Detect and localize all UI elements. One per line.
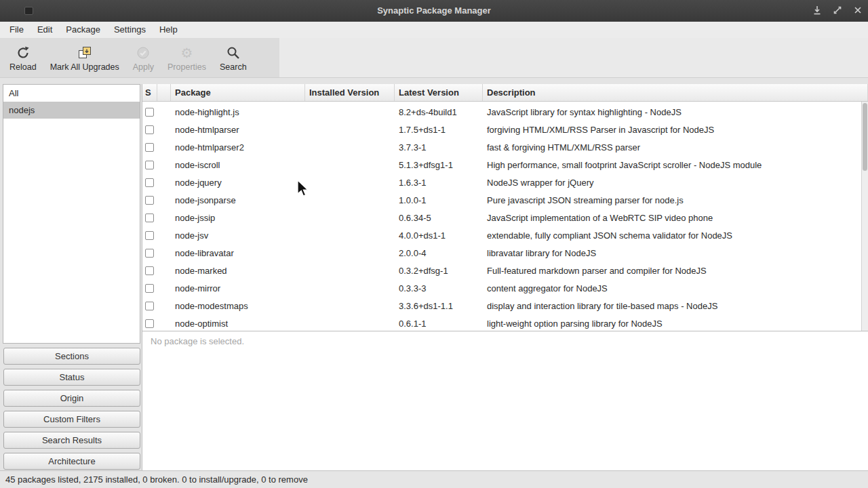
status-cell xyxy=(142,103,157,121)
sidebar-button-status[interactable]: Status xyxy=(3,369,140,386)
table-row[interactable]: node-highlight.js8.2+ds-4build1JavaScrip… xyxy=(142,103,868,121)
status-cell xyxy=(142,297,157,314)
package-name: node-modestmaps xyxy=(171,297,305,314)
column-header-spacer[interactable] xyxy=(157,84,171,101)
package-name: node-iscroll xyxy=(171,156,305,174)
minimize-button[interactable] xyxy=(811,5,823,17)
status-cell xyxy=(142,314,157,331)
toolbar: ReloadMark All UpgradesApply⚙PropertiesS… xyxy=(0,38,868,78)
package-checkbox[interactable] xyxy=(145,125,154,134)
package-checkbox[interactable] xyxy=(145,302,154,310)
table-row[interactable]: node-optimist0.6.1-1light-weight option … xyxy=(142,314,868,331)
sidebar-button-search-results[interactable]: Search Results xyxy=(3,432,140,449)
table-row[interactable]: node-htmlparser1.7.5+ds1-1forgiving HTML… xyxy=(142,121,868,138)
filter-item-nodejs[interactable]: nodejs xyxy=(3,102,140,119)
scrollbar-thumb[interactable] xyxy=(863,103,867,171)
package-checkbox[interactable] xyxy=(145,108,154,117)
package-icon-cell xyxy=(157,297,171,314)
latest-version: 4.0.0+ds1-1 xyxy=(395,226,483,244)
table-row[interactable]: node-libravatar2.0.0-4libravatar library… xyxy=(142,244,868,262)
column-header-s[interactable]: S xyxy=(142,84,157,101)
package-name: node-jquery xyxy=(171,174,305,191)
package-icon-cell xyxy=(157,262,171,279)
package-checkbox[interactable] xyxy=(145,161,154,169)
status-cell xyxy=(142,209,157,226)
column-header-description[interactable]: Description xyxy=(483,84,868,101)
sidebar-button-architecture[interactable]: Architecture xyxy=(3,453,140,470)
installed-version xyxy=(305,297,395,314)
maximize-button[interactable] xyxy=(831,5,844,17)
menu-item-help[interactable]: Help xyxy=(153,22,184,38)
sidebar-button-custom-filters[interactable]: Custom Filters xyxy=(3,411,140,428)
package-description: light-weight option parsing library for … xyxy=(483,314,868,331)
status-cell xyxy=(142,262,157,279)
package-checkbox[interactable] xyxy=(145,319,154,328)
package-checkbox[interactable] xyxy=(145,196,154,205)
package-checkbox[interactable] xyxy=(145,231,154,240)
toolbar-button-label: Properties xyxy=(167,62,206,72)
package-checkbox[interactable] xyxy=(145,143,154,152)
sidebar-button-origin[interactable]: Origin xyxy=(3,390,140,407)
menu-item-package[interactable]: Package xyxy=(59,22,107,38)
package-icon-cell xyxy=(157,279,171,297)
package-name: node-libravatar xyxy=(171,244,305,262)
menu-item-settings[interactable]: Settings xyxy=(107,22,153,38)
latest-version: 0.3.2+dfsg-1 xyxy=(395,262,483,279)
toolbar-button-label: Mark All Upgrades xyxy=(50,62,119,72)
sidebar-button-sections[interactable]: Sections xyxy=(3,348,140,365)
vertical-scrollbar[interactable] xyxy=(861,102,868,331)
table-row[interactable]: node-htmlparser23.7.3-1fast & forgiving … xyxy=(142,138,868,156)
installed-version xyxy=(305,138,395,156)
toolbar-button-mark-all-upgrades[interactable]: Mark All Upgrades xyxy=(43,40,126,75)
package-checkbox[interactable] xyxy=(145,178,154,187)
sidebar-buttons: SectionsStatusOriginCustom FiltersSearch… xyxy=(3,348,140,474)
column-header-installed-version[interactable]: Installed Version xyxy=(305,84,395,101)
package-description: NodeJS wrapper for jQuery xyxy=(483,174,868,191)
table-row[interactable]: node-jssip0.6.34-5JavaScript implementat… xyxy=(142,209,868,226)
close-icon xyxy=(852,5,863,18)
minimize-icon xyxy=(812,5,823,18)
latest-version: 0.3.3-3 xyxy=(395,279,483,297)
package-name: node-jssip xyxy=(171,209,305,226)
toolbar-button-search[interactable]: Search xyxy=(213,40,254,75)
latest-version: 0.6.1-1 xyxy=(395,314,483,331)
table-row[interactable]: node-modestmaps3.3.6+ds1-1.1display and … xyxy=(142,297,868,314)
package-icon-cell xyxy=(157,103,171,121)
toolbar-cluster: ReloadMark All UpgradesApply⚙PropertiesS… xyxy=(0,38,279,77)
package-checkbox[interactable] xyxy=(145,266,154,275)
package-description: forgiving HTML/XML/RSS Parser in Javascr… xyxy=(483,121,868,138)
package-name: node-jsv xyxy=(171,226,305,244)
installed-version xyxy=(305,121,395,138)
status-bar: 45 packages listed, 2175 installed, 0 br… xyxy=(0,470,868,488)
details-panel: No package is selected. xyxy=(142,331,868,470)
title-bar: Synaptic Package Manager xyxy=(0,0,868,22)
table-row[interactable]: node-jsonparse1.0.0-1Pure javascript JSO… xyxy=(142,191,868,209)
column-header-package[interactable]: Package xyxy=(171,84,305,101)
installed-version xyxy=(305,209,395,226)
package-name: node-htmlparser xyxy=(171,121,305,138)
package-name: node-optimist xyxy=(171,314,305,331)
close-button[interactable] xyxy=(852,5,864,17)
table-row[interactable]: node-marked0.3.2+dfsg-1Full-featured mar… xyxy=(142,262,868,279)
status-cell xyxy=(142,156,157,174)
filter-list: Allnodejs xyxy=(3,84,140,344)
package-checkbox[interactable] xyxy=(145,284,154,293)
menu-item-file[interactable]: File xyxy=(3,22,31,38)
table-row[interactable]: node-iscroll5.1.3+dfsg1-1High performanc… xyxy=(142,156,868,174)
package-checkbox[interactable] xyxy=(145,214,154,222)
column-header-latest-version[interactable]: Latest Version xyxy=(395,84,483,101)
table-row[interactable]: node-jquery1.6.3-1NodeJS wrapper for jQu… xyxy=(142,174,868,191)
table-row[interactable]: node-mirror0.3.3-3content aggregator for… xyxy=(142,279,868,297)
apply-icon xyxy=(135,43,151,62)
package-icon-cell xyxy=(157,156,171,174)
installed-version xyxy=(305,174,395,191)
toolbar-button-reload[interactable]: Reload xyxy=(3,40,43,75)
filter-item-all[interactable]: All xyxy=(3,85,140,102)
package-checkbox[interactable] xyxy=(145,249,154,258)
table-row[interactable]: node-jsv4.0.0+ds1-1extendable, fully com… xyxy=(142,226,868,244)
package-icon-cell xyxy=(157,138,171,156)
package-description: display and interaction library for tile… xyxy=(483,297,868,314)
status-cell xyxy=(142,226,157,244)
menu-item-edit[interactable]: Edit xyxy=(31,22,59,38)
installed-version xyxy=(305,191,395,209)
